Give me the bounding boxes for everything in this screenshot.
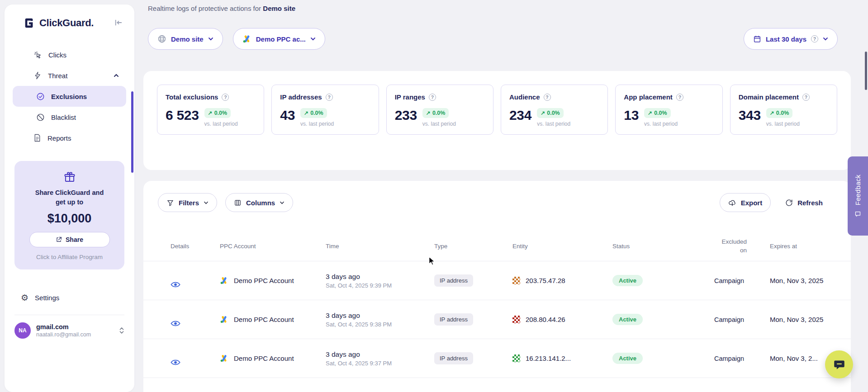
chat-bubble-icon	[833, 359, 845, 371]
help-icon[interactable]	[326, 94, 333, 101]
table-body: Demo PPC Account 3 days ago Sat, Oct 4, …	[143, 261, 851, 392]
trend-badge: 0.0%	[537, 108, 564, 118]
columns-label: Columns	[246, 199, 275, 207]
filters-label: Filters	[179, 199, 199, 207]
document-icon	[33, 134, 41, 142]
page-scrollbar-thumb[interactable]	[865, 52, 867, 90]
cloud-download-icon	[728, 198, 736, 207]
help-icon[interactable]	[676, 94, 683, 101]
expires-at-value: Mon, Nov 3, 2025	[770, 277, 851, 284]
share-button[interactable]: Share	[29, 232, 110, 247]
stat-label: App placement	[624, 93, 673, 101]
entity-identicon	[512, 354, 520, 362]
ppc-account-selector[interactable]: Demo PPC ac...	[233, 28, 325, 50]
chevron-updown-icon	[119, 327, 124, 334]
page-subtitle: Realtime logs of protective actions for …	[148, 5, 295, 12]
cursor-click-icon	[33, 51, 42, 59]
google-ads-icon	[220, 276, 228, 285]
filters-button[interactable]: Filters	[158, 193, 217, 212]
help-icon[interactable]	[802, 94, 810, 101]
vs-label: vs. last period	[300, 121, 334, 127]
sidebar-item-clicks[interactable]: Clicks	[13, 44, 126, 65]
stat-total-exclusions: Total exclusions 6 523 0.0%vs. last peri…	[157, 85, 264, 135]
excluded-on-value: Campaign	[714, 277, 770, 284]
stat-audience: Audience 234 0.0%vs. last period	[501, 85, 608, 135]
funnel-icon	[166, 199, 174, 207]
col-header-time: Time	[326, 243, 434, 250]
time-relative: 3 days ago	[326, 350, 434, 359]
sidebar-item-threat[interactable]: Threat	[13, 65, 126, 86]
affiliate-link[interactable]: Click to Affiliate Program	[21, 254, 118, 260]
chat-launcher-button[interactable]	[825, 350, 853, 378]
view-details-eye-icon[interactable]	[171, 359, 220, 366]
sidebar-collapse-icon[interactable]	[114, 19, 123, 26]
status-badge: Active	[612, 353, 643, 364]
stat-label: IP addresses	[280, 93, 322, 101]
sidebar-item-settings[interactable]: Settings	[5, 288, 134, 307]
entity-identicon	[512, 316, 520, 323]
col-header-excluded-on: Excluded on	[714, 238, 747, 254]
affiliate-promo-card: Share ClickGuard and get up to $10,000 S…	[14, 161, 124, 269]
help-icon[interactable]	[544, 94, 551, 101]
stat-value: 13	[624, 108, 639, 123]
time-relative: 3 days ago	[326, 312, 434, 320]
date-range-label: Last 30 days	[766, 35, 806, 43]
col-header-expires-at: Expires at	[770, 243, 851, 250]
site-selector[interactable]: Demo site	[148, 28, 223, 50]
feedback-label: Feedback	[854, 175, 862, 205]
chevron-down-icon	[310, 37, 316, 41]
entity-value: 208.80.44.26	[526, 316, 565, 323]
trend-badge: 0.0%	[422, 108, 449, 118]
sidebar-item-label: Threat	[48, 72, 67, 80]
sidebar-item-blacklist[interactable]: Blacklist	[13, 107, 126, 128]
subtitle-text: Realtime logs of protective actions for	[148, 5, 261, 12]
time-absolute: Sat, Oct 4, 2025 9:39 PM	[326, 282, 434, 289]
chevron-down-icon	[280, 201, 285, 204]
sidebar-item-label: Clicks	[48, 51, 66, 59]
view-details-eye-icon[interactable]	[171, 320, 220, 327]
chevron-up-icon	[114, 74, 119, 77]
type-badge: IP address	[434, 352, 473, 364]
sidebar-item-label: Reports	[47, 134, 71, 142]
chevron-down-icon	[208, 37, 213, 41]
vs-label: vs. last period	[422, 121, 456, 127]
view-details-eye-icon[interactable]	[171, 281, 220, 288]
status-badge: Active	[612, 314, 643, 325]
vs-label: vs. last period	[204, 121, 238, 127]
sidebar-divider	[14, 315, 124, 315]
help-icon[interactable]	[222, 94, 229, 101]
time-absolute: Sat, Oct 4, 2025 9:38 PM	[326, 321, 434, 328]
globe-icon	[157, 34, 166, 43]
sidebar: ClickGuard. Clicks Threat Exclusions	[5, 5, 134, 392]
sidebar-scrollbar-thumb[interactable]	[131, 91, 133, 173]
stat-value: 233	[395, 108, 417, 123]
vs-label: vs. last period	[537, 121, 570, 127]
sidebar-item-reports[interactable]: Reports	[13, 128, 126, 148]
col-header-account: PPC Account	[220, 243, 326, 250]
col-header-details: Details	[171, 243, 220, 250]
date-range-selector[interactable]: Last 30 days	[744, 28, 838, 50]
feedback-tab[interactable]: Feedback	[848, 156, 868, 236]
calendar-icon	[753, 35, 761, 43]
entity-value: 16.213.141.2...	[526, 354, 571, 362]
export-button[interactable]: Export	[720, 193, 771, 212]
gift-icon	[21, 171, 118, 184]
stat-label: Domain placement	[739, 93, 799, 101]
logo: ClickGuard.	[5, 5, 134, 38]
columns-button[interactable]: Columns	[225, 193, 293, 212]
help-icon	[811, 35, 818, 43]
refresh-button[interactable]: Refresh	[777, 193, 831, 212]
refresh-label: Refresh	[797, 199, 823, 207]
stat-ip-addresses: IP addresses 43 0.0%vs. last period	[271, 85, 379, 135]
table-row: Demo PPC Account 3 days ago Sat, Oct 4, …	[143, 339, 851, 378]
block-icon	[36, 113, 45, 122]
clickguard-logo-icon	[24, 17, 35, 29]
ppc-account-name: Demo PPC Account	[234, 354, 294, 362]
sidebar-item-exclusions[interactable]: Exclusions	[13, 86, 126, 107]
stat-label: Audience	[509, 93, 540, 101]
account-menu[interactable]: NA gmail.com naatali.ro@gmail.com	[5, 322, 134, 339]
help-icon[interactable]	[429, 94, 436, 101]
stat-label: IP ranges	[395, 93, 425, 101]
vs-label: vs. last period	[644, 121, 678, 127]
type-badge: IP address	[434, 274, 473, 287]
